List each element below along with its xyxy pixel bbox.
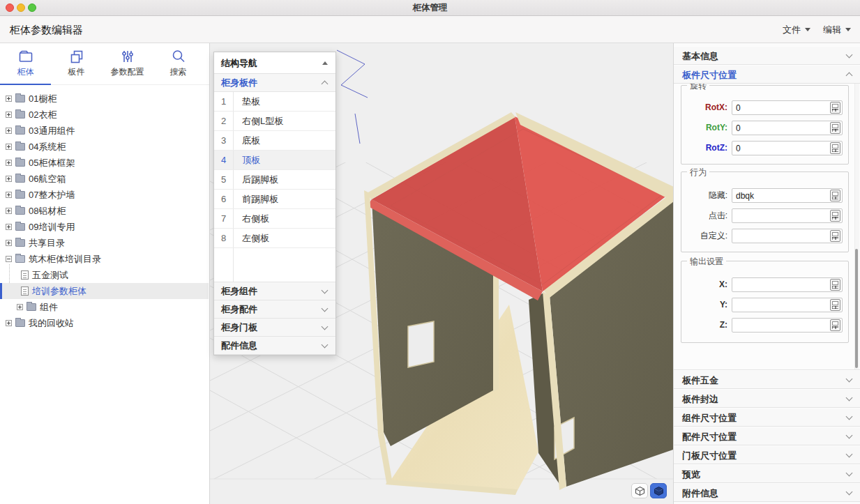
panel-list-item[interactable]: 2右侧L型板 (214, 112, 335, 131)
tree-item[interactable]: 组件 (0, 299, 209, 315)
accordion-attachment-info[interactable]: 附件信息 (674, 483, 860, 502)
item-label: 顶板 (234, 151, 260, 169)
rotz-input[interactable] (732, 142, 842, 155)
calculator-icon[interactable] (830, 299, 840, 311)
tree-item[interactable]: 我的回收站 (0, 315, 209, 331)
tree-item[interactable]: 04系统柜 (0, 139, 209, 155)
calculator-icon[interactable] (830, 279, 840, 291)
structure-navigator-header[interactable]: 结构导航 (214, 52, 335, 74)
section-body-panels[interactable]: 柜身板件 (214, 74, 335, 92)
accordion-accessory-size-position[interactable]: 配件尺寸位置 (674, 427, 860, 445)
calculator-icon[interactable] (830, 122, 840, 134)
x-input[interactable] (732, 278, 842, 291)
tab-search-label: 搜索 (153, 66, 204, 78)
expand-icon[interactable] (6, 224, 12, 230)
panel-list-item[interactable]: 7右侧板 (214, 209, 335, 229)
collapse-panel-icon[interactable] (322, 61, 328, 65)
wireframe-view-button[interactable] (631, 483, 648, 498)
section-body-accessories[interactable]: 柜身配件 (214, 300, 335, 319)
z-input[interactable] (732, 319, 842, 332)
hide-input[interactable] (732, 189, 842, 202)
roty-label: RotY: (681, 123, 732, 132)
accordion-panel-size-position[interactable]: 板件尺寸位置 (674, 65, 860, 84)
roty-input[interactable] (732, 121, 842, 135)
section-body-doors[interactable]: 柜身门板 (214, 319, 335, 337)
chevron-down-icon (322, 342, 329, 349)
expand-icon[interactable] (6, 96, 12, 102)
expand-icon[interactable] (6, 128, 12, 134)
calculator-icon[interactable] (830, 230, 840, 242)
tree-item-selected[interactable]: 培训参数柜体 (0, 283, 209, 299)
tab-cabinet-label: 柜体 (0, 66, 51, 78)
cabinet-model[interactable] (364, 112, 673, 495)
panel-list-item[interactable]: 1垫板 (214, 92, 335, 112)
solid-cube-icon (654, 486, 664, 496)
y-input[interactable] (732, 298, 842, 312)
expand-icon[interactable] (6, 176, 12, 182)
accordion-panel-hardware[interactable]: 板件五金 (674, 370, 860, 389)
window-titlebar: 柜体管理 (0, 0, 860, 16)
scrollbar-track[interactable] (854, 84, 859, 369)
tree-item[interactable]: 09培训专用 (0, 219, 209, 235)
section-body-components[interactable]: 柜身组件 (214, 282, 335, 300)
expand-icon[interactable] (6, 112, 12, 118)
edit-menu[interactable]: 编辑 (823, 24, 851, 36)
expand-icon[interactable] (17, 304, 23, 310)
folder-icon (27, 303, 36, 311)
tab-cabinet[interactable]: 柜体 (0, 43, 51, 84)
section-fitting-info[interactable]: 配件信息 (214, 337, 335, 355)
tree-item[interactable]: 共享目录 (0, 235, 209, 251)
calculator-icon[interactable] (830, 142, 840, 154)
expand-icon[interactable] (6, 192, 12, 198)
tree-item[interactable]: 05柜体框架 (0, 155, 209, 171)
calculator-icon[interactable] (830, 102, 840, 114)
rotz-label: RotZ: (681, 143, 732, 153)
item-label: 右侧L型板 (234, 112, 283, 130)
collapse-icon[interactable] (6, 256, 12, 262)
tree-item[interactable]: 06航空箱 (0, 171, 209, 187)
chevron-down-icon (322, 305, 329, 312)
calculator-icon[interactable] (830, 190, 840, 201)
expand-icon[interactable] (6, 144, 12, 150)
accordion-label: 板件尺寸位置 (682, 70, 737, 80)
accordion-basic-info[interactable]: 基本信息 (674, 46, 860, 65)
accordion-component-size-position[interactable]: 组件尺寸位置 (674, 408, 860, 427)
expand-icon[interactable] (6, 320, 12, 326)
scrollbar-thumb[interactable] (855, 249, 858, 368)
calculator-icon[interactable] (830, 319, 840, 331)
tab-panels[interactable]: 板件 (51, 43, 102, 84)
panel-list-item[interactable]: 6前踢脚板 (214, 190, 335, 209)
click-label: 点击: (681, 210, 732, 222)
expand-icon[interactable] (6, 208, 12, 214)
tree-item[interactable]: 08铝材柜 (0, 203, 209, 219)
accordion-label: 预览 (682, 469, 700, 480)
folder-icon (15, 127, 25, 135)
tree-item[interactable]: 07整木护墙 (0, 187, 209, 203)
tree-item[interactable]: 03通用组件 (0, 123, 209, 139)
tab-search[interactable]: 搜索 (153, 43, 204, 84)
accordion-label: 组件尺寸位置 (682, 413, 737, 423)
search-icon (170, 48, 187, 65)
click-input[interactable] (732, 209, 842, 222)
rotx-input[interactable] (732, 101, 842, 114)
calculator-icon[interactable] (830, 210, 840, 222)
panel-list-item[interactable]: 5后踢脚板 (214, 170, 335, 190)
expand-icon[interactable] (6, 160, 12, 166)
panel-list-item[interactable]: 8左侧板 (214, 229, 335, 248)
accordion-door-size-position[interactable]: 门板尺寸位置 (674, 445, 860, 464)
tab-parameter-config[interactable]: 参数配置 (102, 43, 153, 84)
tree-item[interactable]: 02衣柜 (0, 107, 209, 123)
panel-list-item-selected[interactable]: 4顶板 (214, 151, 335, 170)
file-menu[interactable]: 文件 (783, 24, 810, 36)
tree-item[interactable]: 五金测试 (0, 267, 209, 283)
expand-icon[interactable] (6, 240, 12, 246)
custom-input[interactable] (732, 229, 842, 243)
panel-list-item[interactable]: 3底板 (214, 131, 335, 151)
tree-item[interactable]: 01橱柜 (0, 91, 209, 107)
tree-item[interactable]: 筑木柜体培训目录 (0, 251, 209, 267)
solid-view-button[interactable] (650, 483, 667, 498)
accordion-panel-edge-banding[interactable]: 板件封边 (674, 389, 860, 408)
chevron-down-icon (845, 28, 851, 31)
accordion-preview[interactable]: 预览 (674, 464, 860, 483)
y-label: Y: (681, 300, 732, 310)
